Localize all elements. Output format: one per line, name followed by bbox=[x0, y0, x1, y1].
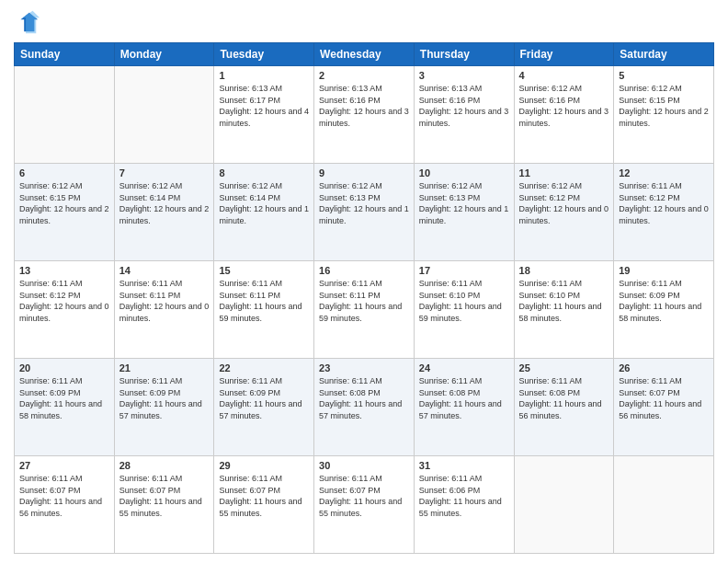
col-saturday: Saturday bbox=[614, 43, 714, 66]
calendar-week-row: 13Sunrise: 6:11 AM Sunset: 6:12 PM Dayli… bbox=[15, 261, 714, 359]
calendar-week-row: 20Sunrise: 6:11 AM Sunset: 6:09 PM Dayli… bbox=[15, 359, 714, 456]
calendar-day-cell: 4Sunrise: 6:12 AM Sunset: 6:16 PM Daylig… bbox=[514, 66, 614, 164]
calendar-day-cell: 27Sunrise: 6:11 AM Sunset: 6:07 PM Dayli… bbox=[15, 456, 115, 554]
logo bbox=[14, 9, 43, 35]
col-wednesday: Wednesday bbox=[314, 43, 415, 66]
day-number: 18 bbox=[519, 265, 609, 276]
day-number: 25 bbox=[519, 362, 609, 373]
calendar-day-cell: 22Sunrise: 6:11 AM Sunset: 6:09 PM Dayli… bbox=[214, 359, 314, 456]
calendar-day-cell: 8Sunrise: 6:12 AM Sunset: 6:14 PM Daylig… bbox=[214, 164, 314, 261]
logo-icon bbox=[14, 9, 40, 35]
calendar-header-row: Sunday Monday Tuesday Wednesday Thursday… bbox=[15, 43, 714, 66]
calendar-week-row: 27Sunrise: 6:11 AM Sunset: 6:07 PM Dayli… bbox=[15, 456, 714, 554]
day-info: Sunrise: 6:11 AM Sunset: 6:11 PM Dayligh… bbox=[219, 278, 309, 324]
day-info: Sunrise: 6:11 AM Sunset: 6:09 PM Dayligh… bbox=[619, 278, 709, 324]
day-info: Sunrise: 6:11 AM Sunset: 6:06 PM Dayligh… bbox=[419, 473, 509, 519]
col-monday: Monday bbox=[114, 43, 214, 66]
day-number: 19 bbox=[619, 265, 709, 276]
day-number: 4 bbox=[519, 70, 609, 81]
day-number: 12 bbox=[619, 167, 709, 178]
day-number: 2 bbox=[319, 70, 409, 81]
calendar-day-cell: 17Sunrise: 6:11 AM Sunset: 6:10 PM Dayli… bbox=[414, 261, 514, 359]
day-info: Sunrise: 6:12 AM Sunset: 6:14 PM Dayligh… bbox=[219, 180, 309, 226]
calendar-day-cell bbox=[15, 66, 115, 164]
day-number: 27 bbox=[19, 460, 109, 471]
calendar-day-cell: 3Sunrise: 6:13 AM Sunset: 6:16 PM Daylig… bbox=[414, 66, 514, 164]
day-number: 9 bbox=[319, 167, 409, 178]
day-number: 5 bbox=[619, 70, 709, 81]
day-info: Sunrise: 6:12 AM Sunset: 6:13 PM Dayligh… bbox=[319, 180, 409, 226]
calendar-day-cell: 10Sunrise: 6:12 AM Sunset: 6:13 PM Dayli… bbox=[414, 164, 514, 261]
calendar-day-cell: 9Sunrise: 6:12 AM Sunset: 6:13 PM Daylig… bbox=[314, 164, 415, 261]
calendar-day-cell: 12Sunrise: 6:11 AM Sunset: 6:12 PM Dayli… bbox=[614, 164, 714, 261]
day-info: Sunrise: 6:12 AM Sunset: 6:13 PM Dayligh… bbox=[419, 180, 509, 226]
day-number: 3 bbox=[419, 70, 509, 81]
day-info: Sunrise: 6:11 AM Sunset: 6:09 PM Dayligh… bbox=[19, 375, 109, 421]
day-info: Sunrise: 6:11 AM Sunset: 6:07 PM Dayligh… bbox=[619, 375, 709, 421]
calendar-week-row: 6Sunrise: 6:12 AM Sunset: 6:15 PM Daylig… bbox=[15, 164, 714, 261]
calendar-day-cell: 28Sunrise: 6:11 AM Sunset: 6:07 PM Dayli… bbox=[114, 456, 214, 554]
calendar-day-cell bbox=[614, 456, 714, 554]
day-number: 15 bbox=[219, 265, 309, 276]
calendar-table: Sunday Monday Tuesday Wednesday Thursday… bbox=[14, 42, 714, 554]
day-number: 6 bbox=[19, 167, 109, 178]
calendar-day-cell: 7Sunrise: 6:12 AM Sunset: 6:14 PM Daylig… bbox=[114, 164, 214, 261]
calendar-day-cell: 26Sunrise: 6:11 AM Sunset: 6:07 PM Dayli… bbox=[614, 359, 714, 456]
day-info: Sunrise: 6:11 AM Sunset: 6:08 PM Dayligh… bbox=[419, 375, 509, 421]
calendar-day-cell: 18Sunrise: 6:11 AM Sunset: 6:10 PM Dayli… bbox=[514, 261, 614, 359]
calendar-day-cell bbox=[114, 66, 214, 164]
calendar-day-cell: 24Sunrise: 6:11 AM Sunset: 6:08 PM Dayli… bbox=[414, 359, 514, 456]
day-info: Sunrise: 6:11 AM Sunset: 6:11 PM Dayligh… bbox=[319, 278, 409, 324]
calendar-day-cell: 31Sunrise: 6:11 AM Sunset: 6:06 PM Dayli… bbox=[414, 456, 514, 554]
day-info: Sunrise: 6:11 AM Sunset: 6:10 PM Dayligh… bbox=[519, 278, 609, 324]
header bbox=[14, 9, 714, 35]
day-info: Sunrise: 6:11 AM Sunset: 6:08 PM Dayligh… bbox=[319, 375, 409, 421]
calendar-day-cell: 19Sunrise: 6:11 AM Sunset: 6:09 PM Dayli… bbox=[614, 261, 714, 359]
page: Sunday Monday Tuesday Wednesday Thursday… bbox=[0, 0, 728, 563]
day-info: Sunrise: 6:13 AM Sunset: 6:16 PM Dayligh… bbox=[419, 83, 509, 129]
calendar-day-cell: 29Sunrise: 6:11 AM Sunset: 6:07 PM Dayli… bbox=[214, 456, 314, 554]
calendar-day-cell: 30Sunrise: 6:11 AM Sunset: 6:07 PM Dayli… bbox=[314, 456, 415, 554]
day-info: Sunrise: 6:11 AM Sunset: 6:12 PM Dayligh… bbox=[619, 180, 709, 226]
calendar-day-cell bbox=[514, 456, 614, 554]
day-info: Sunrise: 6:11 AM Sunset: 6:09 PM Dayligh… bbox=[119, 375, 210, 421]
calendar-day-cell: 14Sunrise: 6:11 AM Sunset: 6:11 PM Dayli… bbox=[114, 261, 214, 359]
day-number: 21 bbox=[119, 362, 210, 373]
day-number: 13 bbox=[19, 265, 109, 276]
calendar-day-cell: 16Sunrise: 6:11 AM Sunset: 6:11 PM Dayli… bbox=[314, 261, 415, 359]
day-info: Sunrise: 6:11 AM Sunset: 6:12 PM Dayligh… bbox=[19, 278, 109, 324]
day-number: 8 bbox=[219, 167, 309, 178]
day-number: 31 bbox=[419, 460, 509, 471]
day-number: 16 bbox=[319, 265, 409, 276]
day-number: 26 bbox=[619, 362, 709, 373]
calendar-day-cell: 2Sunrise: 6:13 AM Sunset: 6:16 PM Daylig… bbox=[314, 66, 415, 164]
day-info: Sunrise: 6:12 AM Sunset: 6:12 PM Dayligh… bbox=[519, 180, 609, 226]
day-number: 17 bbox=[419, 265, 509, 276]
day-number: 23 bbox=[319, 362, 409, 373]
day-info: Sunrise: 6:11 AM Sunset: 6:07 PM Dayligh… bbox=[219, 473, 309, 519]
day-number: 7 bbox=[119, 167, 210, 178]
col-tuesday: Tuesday bbox=[214, 43, 314, 66]
day-info: Sunrise: 6:12 AM Sunset: 6:15 PM Dayligh… bbox=[19, 180, 109, 226]
day-number: 14 bbox=[119, 265, 210, 276]
day-info: Sunrise: 6:13 AM Sunset: 6:16 PM Dayligh… bbox=[319, 83, 409, 129]
col-sunday: Sunday bbox=[15, 43, 115, 66]
calendar-day-cell: 1Sunrise: 6:13 AM Sunset: 6:17 PM Daylig… bbox=[214, 66, 314, 164]
calendar-day-cell: 23Sunrise: 6:11 AM Sunset: 6:08 PM Dayli… bbox=[314, 359, 415, 456]
calendar-day-cell: 6Sunrise: 6:12 AM Sunset: 6:15 PM Daylig… bbox=[15, 164, 115, 261]
col-friday: Friday bbox=[514, 43, 614, 66]
calendar-day-cell: 11Sunrise: 6:12 AM Sunset: 6:12 PM Dayli… bbox=[514, 164, 614, 261]
day-info: Sunrise: 6:13 AM Sunset: 6:17 PM Dayligh… bbox=[219, 83, 309, 129]
day-info: Sunrise: 6:11 AM Sunset: 6:07 PM Dayligh… bbox=[119, 473, 210, 519]
day-number: 22 bbox=[219, 362, 309, 373]
day-info: Sunrise: 6:11 AM Sunset: 6:07 PM Dayligh… bbox=[19, 473, 109, 519]
calendar-week-row: 1Sunrise: 6:13 AM Sunset: 6:17 PM Daylig… bbox=[15, 66, 714, 164]
day-info: Sunrise: 6:12 AM Sunset: 6:16 PM Dayligh… bbox=[519, 83, 609, 129]
calendar-day-cell: 20Sunrise: 6:11 AM Sunset: 6:09 PM Dayli… bbox=[15, 359, 115, 456]
day-info: Sunrise: 6:12 AM Sunset: 6:14 PM Dayligh… bbox=[119, 180, 210, 226]
calendar-day-cell: 5Sunrise: 6:12 AM Sunset: 6:15 PM Daylig… bbox=[614, 66, 714, 164]
col-thursday: Thursday bbox=[414, 43, 514, 66]
day-number: 10 bbox=[419, 167, 509, 178]
calendar-day-cell: 21Sunrise: 6:11 AM Sunset: 6:09 PM Dayli… bbox=[114, 359, 214, 456]
day-info: Sunrise: 6:12 AM Sunset: 6:15 PM Dayligh… bbox=[619, 83, 709, 129]
